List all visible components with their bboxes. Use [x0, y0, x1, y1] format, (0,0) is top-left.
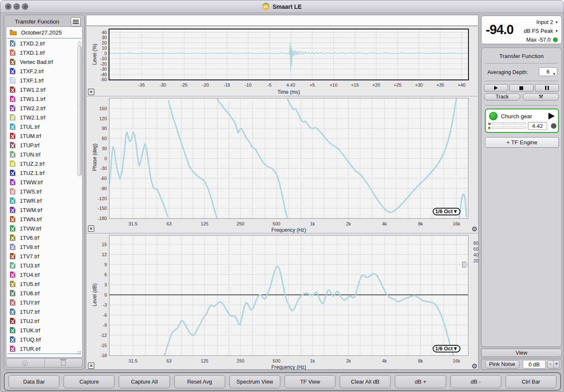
delete-button[interactable]: [44, 359, 82, 367]
magnitude-settings-gear-icon[interactable]: ⚙: [471, 363, 477, 370]
engine-active-led[interactable]: [489, 112, 497, 120]
file-list-item[interactable]: 1TWN.trf: [6, 215, 82, 224]
title-bar[interactable]: × − + LE Smaart LE: [0, 0, 564, 13]
file-list-item[interactable]: 1TUJ.trf: [6, 316, 82, 326]
toolbar-button-capture-all[interactable]: Capture All: [119, 375, 170, 388]
file-list-item[interactable]: 1TXF.2.trf: [6, 66, 82, 76]
close-magnitude-plot-button[interactable]: ×: [88, 363, 94, 369]
magnitude-smoothing-menu[interactable]: 1/6 Oct▼: [433, 345, 460, 352]
file-list-item[interactable]: 1TUY.trf: [6, 298, 82, 307]
file-list-item[interactable]: 1TW1.2.trf: [6, 85, 82, 94]
folder-item[interactable]: [6, 354, 82, 358]
averaging-depth-label: Averaging Depth:: [487, 69, 528, 75]
file-list-item[interactable]: 1TV8.trf: [6, 242, 82, 252]
toolbar-button-ctrl-bar[interactable]: Ctrl Bar: [505, 375, 556, 388]
file-list-item[interactable]: 1TXD.1.trf: [6, 48, 82, 57]
delay-time-field[interactable]: 4.42: [528, 122, 547, 130]
file-list-item[interactable]: 1TW2.2.trf: [6, 103, 82, 113]
info-button[interactable]: i: [6, 359, 44, 367]
generator-level-down-button[interactable]: -: [548, 360, 553, 368]
stop-button[interactable]: [509, 84, 533, 92]
file-list-item[interactable]: 1TUP.trf: [6, 140, 82, 150]
scrollbar-thumb[interactable]: [77, 45, 82, 176]
averaging-depth-select[interactable]: 6 ▾: [539, 67, 557, 76]
phase-smoothing-menu[interactable]: 1/6 Oct▼: [433, 208, 460, 215]
file-list[interactable]: October27.20251TXD.2.trf1TXD.1.trfVertec…: [6, 26, 82, 358]
y-tick-label: -3: [88, 302, 107, 307]
toolbar-button-reset-avg[interactable]: Reset Avg: [174, 375, 225, 388]
y-tick-label: 10: [88, 45, 107, 50]
track-button[interactable]: Track: [484, 93, 520, 101]
folder-item[interactable]: October27.2025: [6, 27, 82, 38]
magnitude-plot[interactable]: [109, 235, 468, 356]
pause-button[interactable]: [535, 84, 559, 92]
file-list-item[interactable]: 1TXD.2.trf: [6, 39, 82, 48]
toolbar-button-capture[interactable]: Capture: [64, 375, 114, 388]
x-tick-label: 4.42: [280, 82, 301, 87]
file-list-item[interactable]: 1TW1.1.trf: [6, 94, 82, 103]
file-list-item[interactable]: 1TU4.trf: [6, 270, 82, 279]
file-list-item[interactable]: 1TU6.trf: [6, 289, 82, 298]
file-list-item[interactable]: 1TUN.trf: [6, 150, 82, 159]
generator-level-up-button[interactable]: +: [553, 360, 560, 368]
scrollbar-down-icon[interactable]: ▽: [77, 350, 82, 355]
add-tf-engine-button[interactable]: + TF Engine: [485, 137, 559, 148]
file-list-item[interactable]: 1TUL.trf: [6, 122, 82, 131]
file-name: 1TVW.trf: [20, 225, 41, 232]
delay-find-button[interactable]: [551, 123, 556, 129]
file-icon: [10, 86, 16, 93]
file-list-item[interactable]: 1TUM.trf: [6, 131, 82, 140]
file-list-item[interactable]: 1TV6.trf: [6, 233, 82, 242]
file-list-item[interactable]: 1TUZ.2.trf: [6, 159, 82, 168]
file-list-item[interactable]: 1TUK.trf: [6, 326, 82, 335]
file-list-item[interactable]: 1TUR.trf: [6, 344, 82, 353]
file-list-item[interactable]: 1TU3.trf: [6, 261, 82, 270]
toolbar-button-tf-view[interactable]: TF View: [285, 375, 335, 388]
y-tick-label: -30: [88, 66, 107, 72]
file-list-item[interactable]: 1TUZ.1.trf: [6, 168, 82, 177]
phase-plot[interactable]: [109, 98, 468, 219]
toolbar-button-db-[interactable]: dB -: [450, 375, 501, 388]
file-list-item[interactable]: 1TWW.trf: [6, 177, 82, 187]
x-tick-label: 125: [194, 221, 215, 226]
sidebar-menu-button[interactable]: [71, 17, 81, 26]
scrollbar-up-icon[interactable]: △: [77, 40, 82, 45]
close-impulse-plot-button[interactable]: ×: [88, 89, 94, 95]
phase-settings-gear-icon[interactable]: ⚙: [471, 226, 477, 233]
file-list-item[interactable]: 1TWR.trf: [6, 196, 82, 205]
chevron-down-icon: ▾: [553, 70, 555, 78]
toolbar-button-spectrum-view[interactable]: Spectrum View: [229, 375, 280, 388]
y-tick-label: 9: [88, 262, 107, 267]
tools-button[interactable]: ⚒: [523, 93, 559, 101]
toolbar-button-data-bar[interactable]: Data Bar: [8, 375, 59, 388]
file-list-item[interactable]: 1TWM.trf: [6, 205, 82, 215]
close-phase-plot-button[interactable]: ×: [88, 225, 94, 232]
file-list-item[interactable]: 1TV7.trf: [6, 252, 82, 261]
file-list-item[interactable]: Vertec Bad.trf: [6, 57, 82, 66]
file-icon: [10, 253, 16, 260]
play-button[interactable]: [484, 84, 508, 92]
toolbar-button-clear-all-db[interactable]: Clear All dB: [340, 375, 391, 388]
file-list-item[interactable]: 1TVW.trf: [6, 224, 82, 233]
file-icon: [10, 179, 16, 185]
file-list-item[interactable]: 1TW2.1.trf: [6, 113, 82, 122]
engine-play-icon[interactable]: [548, 113, 555, 119]
hamburger-icon: [71, 20, 80, 24]
meter-scale-select[interactable]: dB FS Peak▾: [524, 28, 558, 34]
dropdown-triangle-icon: ▼: [453, 209, 458, 215]
pink-noise-button[interactable]: Pink Noise: [485, 360, 519, 368]
file-list-item[interactable]: 1TU5.trf: [6, 279, 82, 289]
tf-engine-church-gear[interactable]: Church gear M R 4.42: [485, 109, 559, 133]
meter-value: -94.0: [486, 22, 513, 37]
file-list-item[interactable]: 1TUQ.trf: [6, 335, 82, 344]
y-tick-label: -15: [88, 343, 107, 348]
view-button[interactable]: View: [481, 349, 562, 357]
input-select[interactable]: Input 2▾: [536, 19, 558, 25]
file-list-item[interactable]: 1TU7.trf: [6, 307, 82, 316]
y-tick-label: 120: [88, 116, 107, 121]
toolbar-button-db-[interactable]: dB +: [395, 375, 446, 388]
file-list-item[interactable]: 1TXF.1.trf: [6, 76, 82, 85]
impulse-plot[interactable]: [109, 29, 469, 80]
x-tick-label: +20: [366, 82, 387, 87]
file-list-item[interactable]: 1TWS.trf: [6, 187, 82, 196]
